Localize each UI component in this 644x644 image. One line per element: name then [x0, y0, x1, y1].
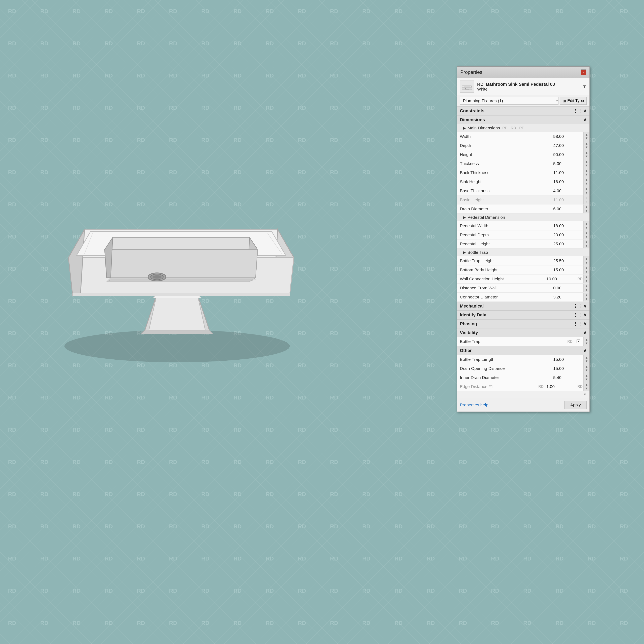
prop-scroll-bottle-trap-height[interactable]: ▲▼ [583, 256, 589, 265]
prop-value-connector-diameter[interactable]: 3.20 [551, 293, 583, 301]
prop-scroll-sink-height[interactable]: ▲▼ [583, 177, 589, 186]
prop-scroll-distance-from-wall[interactable]: ▲▼ [583, 284, 589, 292]
prop-value-back-thickness[interactable]: 11.00 [551, 169, 583, 177]
prop-scroll-base-thickness[interactable]: ▲▼ [583, 186, 589, 195]
prop-row-basin-height: Basin Height 11.00 ▲▼ [457, 195, 589, 204]
visibility-expand-icon[interactable]: ∧ [583, 330, 587, 335]
prop-value-drain-opening-distance[interactable]: 15.00 [551, 364, 583, 373]
prop-scroll-bottle-trap-length[interactable]: ▲▼ [583, 355, 589, 364]
mechanical-more-icon[interactable]: ⋮⋮ [573, 303, 582, 309]
visibility-bottle-trap: Bottle Trap RD ☑ ▲▼ [457, 337, 589, 346]
prop-value-thickness[interactable]: 5.00 [551, 160, 583, 168]
prop-row-pedestal-height: Pedestal Height 25.00 ▲▼ [457, 239, 589, 249]
prop-scroll-height[interactable]: ▲▼ [583, 150, 589, 159]
prop-basin-height: Basin Height 11.00 ▲▼ [457, 195, 589, 204]
section-other: Other ∧ [457, 346, 589, 355]
prop-scroll-width[interactable]: ▲▼ [583, 132, 589, 141]
prop-value-bottom-body-height[interactable]: 15.00 [551, 266, 583, 274]
checkbox-checked-icon[interactable]: ☑ [576, 339, 581, 344]
prop-scroll-drain-diameter[interactable]: ▲▼ [583, 204, 589, 213]
prop-height: Height 90.00 ▲▼ [457, 150, 589, 159]
prop-value-depth[interactable]: 47.00 [551, 141, 583, 150]
bottle-trap-collapse-icon[interactable]: ▶ [463, 250, 466, 255]
prop-row-base-thickness: Base Thickness 4.00 ▲▼ [457, 186, 589, 195]
prop-label-pedestal-depth: Pedestal Depth [457, 231, 551, 239]
pedestal-dimension-header: ▶ Pedestal Dimension [457, 214, 589, 221]
prop-value-inner-drain-diameter[interactable]: 5.40 [551, 374, 583, 382]
section-header-other: Other ∧ [457, 346, 589, 355]
prop-value-width[interactable]: 58.00 [551, 132, 583, 140]
visibility-scroll[interactable]: ▲▼ [583, 337, 589, 346]
prop-scroll-wall-connection-height[interactable]: ▲▼ [583, 275, 589, 283]
prop-row-drain-diameter: Drain Diameter 6.00 ▲▼ [457, 204, 589, 214]
phasing-expand-icon[interactable]: ∨ [583, 321, 587, 326]
prop-scroll-connector-diameter[interactable]: ▲▼ [583, 293, 589, 301]
identity-expand-icon[interactable]: ∨ [583, 312, 587, 318]
prop-scroll-edge-distance-1[interactable]: ▲▼ [583, 382, 589, 391]
identity-more-icon[interactable]: ⋮⋮ [573, 312, 582, 318]
edit-type-button[interactable]: ⊞ Edit Type [560, 97, 587, 105]
edit-type-label: Edit Type [567, 98, 584, 103]
prop-value-basin-height: 11.00 [551, 196, 583, 204]
scroll-down-indicator: ▼ [583, 392, 587, 397]
prop-value-distance-from-wall[interactable]: 0.00 [551, 284, 583, 292]
properties-help-link[interactable]: Properties help [460, 403, 488, 407]
dropdown-row: Plumbing Fixtures (1) ⊞ Edit Type [457, 95, 589, 106]
prop-value-bottle-trap-height[interactable]: 25.50 [551, 257, 583, 265]
section-label-other: Other [460, 348, 472, 353]
prop-value-edge-distance-1[interactable]: 1.00 [544, 383, 577, 391]
prop-scroll-thickness[interactable]: ▲▼ [583, 159, 589, 168]
prop-scroll-bottom-body-height[interactable]: ▲▼ [583, 265, 589, 274]
bottle-trap-checkbox[interactable]: ☑ [573, 339, 583, 344]
prop-label-basin-height: Basin Height [457, 196, 551, 204]
prop-label-drain-diameter: Drain Diameter [457, 205, 551, 213]
dimensions-expand-icon[interactable]: ∧ [583, 117, 587, 122]
close-button[interactable]: × [581, 69, 586, 75]
object-icon [460, 81, 474, 93]
prop-value-pedestal-width[interactable]: 18.00 [551, 222, 583, 230]
prop-value-base-thickness[interactable]: 4.00 [551, 187, 583, 195]
prop-row-depth: Depth 47.00 ▲▼ [457, 141, 589, 150]
prop-scroll-pedestal-depth[interactable]: ▲▼ [583, 230, 589, 239]
section-label-dimensions: Dimensions [460, 117, 485, 122]
prop-value-pedestal-depth[interactable]: 23.00 [551, 231, 583, 239]
prop-value-wall-connection-height[interactable]: 10.00 [544, 275, 577, 283]
section-header-constraints: Constraints ⋮⋮ ∧ [457, 106, 589, 115]
prop-scroll-drain-opening-distance[interactable]: ▲▼ [583, 364, 589, 373]
prop-scroll-back-thickness[interactable]: ▲▼ [583, 168, 589, 177]
pedestal-dimension-label: Pedestal Dimension [468, 215, 505, 220]
prop-scroll-pedestal-width[interactable]: ▲▼ [583, 221, 589, 230]
prop-label-depth: Depth [457, 141, 551, 150]
prop-value-pedestal-height[interactable]: 25.00 [551, 240, 583, 248]
prop-scroll-depth[interactable]: ▲▼ [583, 141, 589, 150]
section-identity-data: Identity Data ⋮⋮ ∨ [457, 311, 589, 319]
prop-scroll-pedestal-height[interactable]: ▲▼ [583, 239, 589, 248]
prop-row-back-thickness: Back Thickness 11.00 ▲▼ [457, 168, 589, 177]
section-dimensions: Dimensions ∧ [457, 115, 589, 124]
prop-row-pedestal-depth: Pedestal Depth 23.00 ▲▼ [457, 230, 589, 239]
prop-pedestal-height: Pedestal Height 25.00 ▲▼ [457, 239, 589, 249]
constraints-expand-icon[interactable]: ∧ [583, 108, 587, 114]
section-label-phasing: Phasing [460, 321, 477, 326]
prop-value-drain-diameter[interactable]: 6.00 [551, 205, 583, 213]
type-selector[interactable]: Plumbing Fixtures (1) [460, 97, 558, 105]
prop-value-height[interactable]: 90.00 [551, 151, 583, 159]
dropdown-arrow[interactable]: ▼ [582, 84, 587, 89]
other-expand-icon[interactable]: ∧ [583, 348, 587, 353]
prop-row-width: Width 58.00 ▲▼ [457, 132, 589, 141]
apply-button[interactable]: Apply [564, 401, 587, 409]
prop-scroll-inner-drain-diameter[interactable]: ▲▼ [583, 373, 589, 382]
pedestal-collapse-icon[interactable]: ▶ [463, 215, 466, 220]
prop-label-height: Height [457, 151, 551, 159]
prop-value-sink-height[interactable]: 16.00 [551, 178, 583, 186]
phasing-more-icon[interactable]: ⋮⋮ [573, 321, 582, 326]
prop-row-thickness: Thickness 5.00 ▲▼ [457, 159, 589, 168]
prop-row-inner-drain-diameter: Inner Drain Diameter 5.40 ▲▼ [457, 373, 589, 382]
svg-marker-2 [141, 330, 213, 334]
main-dimensions-collapse-icon[interactable]: ▶ [463, 126, 466, 130]
constraints-collapse-icon[interactable]: ⋮⋮ [573, 108, 582, 114]
mechanical-expand-icon[interactable]: ∨ [583, 303, 587, 309]
svg-point-18 [153, 275, 161, 279]
wall-rd1: RD [577, 277, 583, 281]
prop-value-bottle-trap-length[interactable]: 15.00 [551, 355, 583, 363]
